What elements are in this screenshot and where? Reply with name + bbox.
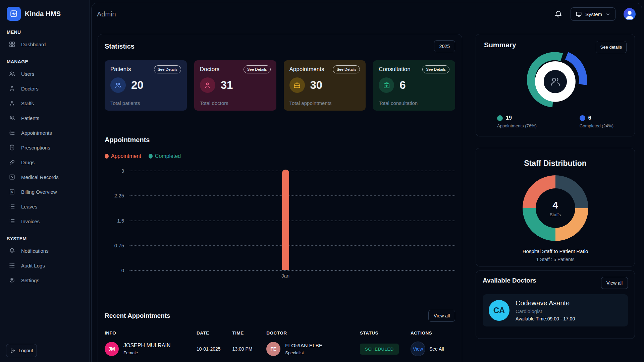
view-all-appointments-button[interactable]: View all: [428, 310, 455, 322]
pill-icon: [9, 159, 15, 166]
doctor-role: Specialist: [285, 350, 322, 355]
nav-section-menu: MENU: [7, 29, 83, 35]
sidebar-item-settings[interactable]: Settings: [6, 273, 84, 288]
chart-legend: Appointment Completed: [105, 153, 455, 159]
dashboard-icon: [9, 41, 15, 48]
stat-card-doctors: Doctors See Details 31 Total doctors: [194, 60, 276, 111]
sidebar-item-prescriptions[interactable]: Prescriptions: [6, 140, 84, 155]
teal-dot: [497, 115, 503, 121]
sidebar-item-dashboard[interactable]: Dashboard: [6, 37, 84, 52]
medical-record-icon: [9, 174, 15, 180]
audit-list-icon: [9, 262, 15, 269]
appointment-date: 10-01-2025: [197, 346, 230, 352]
sidebar-item-leaves[interactable]: Leaves: [6, 199, 84, 214]
available-doctor-name: Codewave Asante: [516, 299, 575, 307]
available-doctors-heading: Available Doctors: [483, 277, 536, 284]
see-details-button[interactable]: See Details: [244, 65, 271, 73]
statistics-heading: Statistics: [105, 43, 135, 50]
view-action-button[interactable]: View: [411, 342, 425, 356]
sidebar-item-users[interactable]: Users: [6, 66, 84, 81]
see-details-button[interactable]: See Details: [333, 65, 360, 73]
users-icon: [9, 70, 15, 77]
user-avatar[interactable]: [624, 8, 636, 20]
sidebar-item-medical-records[interactable]: Medical Records: [6, 170, 84, 184]
doctor-name: FLORIAN ELBE: [285, 343, 322, 349]
doctor-stat-icon: [200, 77, 215, 93]
sidebar-item-audit-logs[interactable]: Audit Logs: [6, 258, 84, 273]
stat-card-appointments: Appointments See Details 30 Total appoin…: [284, 60, 366, 111]
staff-distribution-panel: Staff Distribution 4 Staffs Hospital Sta…: [476, 148, 635, 266]
blue-dot: [580, 115, 585, 121]
doctor-list-item[interactable]: CA Codewave Asante Cardiologist Availabl…: [483, 294, 628, 326]
logout-button[interactable]: Logout: [6, 344, 37, 357]
brand-name: Kinda HMS: [25, 10, 61, 18]
actions-cell: View See All: [411, 342, 455, 356]
stat-cards-row: Patients See Details 20 Total patients D…: [105, 60, 455, 111]
staff-distribution-donut-chart: 4 Staffs: [523, 175, 588, 241]
legend-appointment: Appointment: [105, 153, 141, 159]
legend-dot-appointment: [105, 154, 109, 159]
legend-completed: Completed: [149, 153, 181, 159]
sidebar-item-drugs[interactable]: Drugs: [6, 155, 84, 170]
brand: Kinda HMS: [6, 5, 84, 22]
main-frame: Admin System Statistics 2025 Pat: [91, 3, 642, 362]
available-doctor-time: Available Time:09:00 - 17:00: [516, 316, 575, 321]
medical-bag-icon: [379, 77, 394, 93]
billing-receipt-icon: $: [9, 188, 15, 195]
sidebar-item-patients[interactable]: Patients: [6, 111, 84, 125]
sidebar-item-invoices[interactable]: Invoices: [6, 214, 84, 229]
ordered-list-icon: [9, 129, 15, 136]
sidebar-item-staffs[interactable]: Staffs: [6, 96, 84, 111]
chevron-down-icon: [605, 12, 610, 17]
staff-ratio-title: Hospital Staff to Patient Ratio: [483, 248, 628, 254]
doctor-cell: FE FLORIAN ELBE Specialist: [266, 342, 357, 356]
sidebar-item-appointments[interactable]: Appointments: [6, 125, 84, 140]
available-doctor-specialty: Cardiologist: [516, 308, 575, 314]
gear-icon: [9, 277, 15, 284]
summary-legend-appointments: 19 Appointments (76%): [497, 115, 537, 128]
dashboard-main-card: Statistics 2025 Patients See Details 20 …: [98, 34, 462, 362]
see-details-button[interactable]: See Details: [154, 65, 181, 73]
status-badge: SCHEDULED: [360, 344, 399, 355]
briefcase-icon: [289, 77, 305, 93]
see-details-button[interactable]: See Details: [422, 65, 449, 73]
patient-name: JOSEPH MULRAIN: [123, 343, 170, 349]
sidebar-item-billing-overview[interactable]: $ Billing Overview: [6, 184, 84, 199]
doctor-initials-avatar: CA: [489, 300, 509, 321]
summary-legend-completed: 6 Completed (24%): [580, 115, 613, 128]
see-all-action-link[interactable]: See All: [429, 346, 444, 352]
summary-legend: 19 Appointments (76%) 6 Completed (24%): [484, 115, 627, 128]
sidebar-item-notifications[interactable]: Notifications: [6, 243, 84, 258]
patients-stat-icon: [110, 77, 126, 93]
right-column: Summary See details: [476, 34, 635, 362]
appointments-bar-chart: 3 2.25 1.5 0.75 0 Jan: [105, 171, 455, 270]
list-icon: [9, 203, 15, 210]
svg-text:$: $: [11, 190, 13, 193]
doctor-avatar: FE: [266, 342, 280, 356]
notification-bell-icon[interactable]: [554, 10, 562, 18]
nav-section-manage: MANAGE: [7, 59, 83, 64]
year-filter-button[interactable]: 2025: [434, 40, 455, 52]
bar-jan-appointment[interactable]: [282, 170, 289, 270]
summary-donut-chart: [523, 52, 588, 114]
summary-see-details-button[interactable]: See details: [596, 41, 627, 53]
logout-icon: [10, 348, 16, 354]
staff-distribution-heading: Staff Distribution: [483, 159, 628, 168]
table-header: INFO DATE TIME DOCTOR STATUS ACTIONS: [105, 330, 455, 336]
x-axis-label-jan: Jan: [281, 273, 289, 279]
theme-selector[interactable]: System: [571, 7, 615, 21]
staff-count: 4: [552, 199, 558, 211]
theme-selected-label: System: [585, 11, 602, 17]
doctor-icon: [9, 85, 15, 92]
plot-area: Jan: [129, 171, 455, 270]
sidebar-item-doctors[interactable]: Doctors: [6, 81, 84, 96]
y-axis: 3 2.25 1.5 0.75 0: [105, 171, 124, 270]
sidebar: Kinda HMS MENU Dashboard MANAGE Users Do…: [0, 0, 90, 362]
nav-section-system: SYSTEM: [7, 236, 83, 241]
view-all-doctors-button[interactable]: View all: [601, 277, 628, 289]
stat-card-consultation: Consultation See Details 6 Total consult…: [373, 60, 455, 111]
topbar: Admin System: [92, 3, 642, 25]
summary-heading: Summary: [484, 41, 516, 49]
appointment-time: 13:00 PM: [232, 346, 264, 352]
staff-ratio-value: 1 Staff : 5 Patients: [483, 257, 628, 262]
